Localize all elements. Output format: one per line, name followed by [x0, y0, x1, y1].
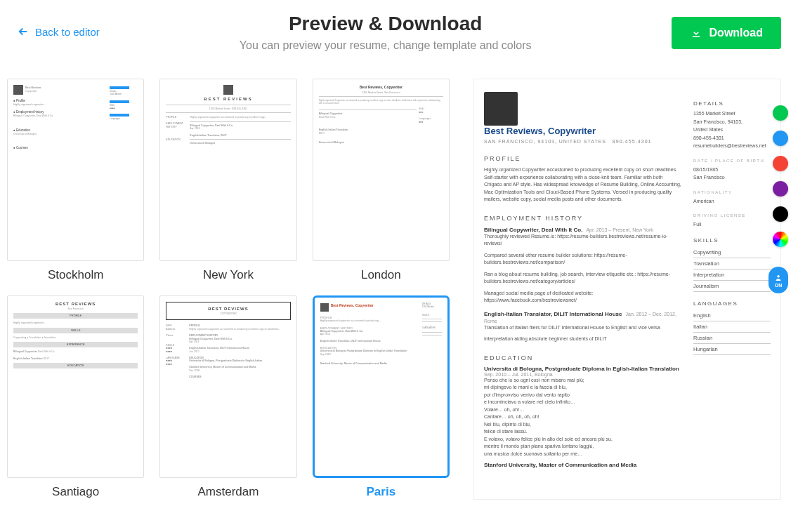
- edu-line: una musica dolce suonava soltanto per me…: [484, 451, 682, 458]
- dob-heading: DATE / PLACE OF BIRTH: [693, 159, 771, 163]
- page-subtitle: You can preview your resume, change temp…: [100, 39, 672, 52]
- job-line: Managed social media page of dedicated w…: [484, 290, 682, 305]
- edu-line: Nel blu, dipinto di blu,: [484, 421, 682, 429]
- profile-heading: PROFILE: [484, 155, 682, 162]
- template-new york[interactable]: BEST REVIEWS1355 Market Street · 890-455…: [159, 79, 296, 283]
- lang-item: Hungarian: [693, 344, 771, 355]
- nat-heading: NATIONALITY: [693, 190, 771, 194]
- color-swatch[interactable]: [773, 131, 788, 146]
- lang-item: English: [693, 310, 771, 321]
- lic-value: Full: [693, 221, 771, 229]
- detail-line: 890-455-4301: [693, 135, 771, 142]
- skill-item: Translation: [693, 258, 771, 270]
- dob-line: 08/15/1985: [693, 166, 771, 174]
- edu-line: Cantare… oh, oh, oh, oh!: [484, 413, 682, 421]
- download-icon: [690, 27, 702, 39]
- resume-preview: Best Reviews, Copywriter SAN FRANCISCO, …: [473, 79, 781, 500]
- edu-line: Penso che io so ogni così non misaro mai…: [484, 377, 682, 385]
- template-thumb: BEST REVIEWSSan FranciscoPROFILEHighly o…: [7, 295, 144, 478]
- detail-line: resumebuilders@bestreviews.net: [693, 142, 771, 150]
- color-swatch[interactable]: [773, 206, 788, 222]
- arrow-left-icon: [17, 25, 30, 38]
- skill-item: Interpretation: [693, 270, 771, 281]
- chat-widget-toggle[interactable]: ON: [768, 267, 788, 293]
- detail-line: San Francisco, 94103,: [693, 119, 771, 126]
- lang-item: Russian: [693, 333, 771, 344]
- edu-line: mi dipingevo le mani e la faccia di blu,: [484, 384, 682, 392]
- person-icon: [773, 273, 783, 283]
- template-label: Stockholm: [7, 268, 144, 282]
- details-heading: DETAILS: [693, 100, 771, 107]
- color-swatch[interactable]: [773, 232, 788, 247]
- template-santiago[interactable]: BEST REVIEWSSan FranciscoPROFILEHighly o…: [7, 295, 144, 500]
- edu-date: Sep. 2010 – Jul. 2011, Bologna: [484, 372, 682, 377]
- resume-meta: SAN FRANCISCO, 94103, UNITED STATES 890-…: [484, 139, 651, 144]
- edu-line: mentre il mondo pian piano spariva lonta…: [484, 443, 682, 451]
- job-date: Apr. 2013 – Present, New York: [586, 227, 653, 232]
- edu-title: Stanford University, Master of Communica…: [484, 462, 682, 468]
- download-label: Download: [709, 27, 763, 39]
- template-amsterdam[interactable]: BEST REVIEWSCOPYWRITERINFOAddressPhoneSK…: [159, 295, 296, 500]
- lic-heading: DRIVING LICENSE: [693, 213, 771, 218]
- svg-point-0: [777, 274, 780, 277]
- download-button[interactable]: Download: [672, 17, 781, 49]
- job-title: Bilingual Copywriter, Deal With It Co.: [484, 227, 582, 233]
- nat-value: American: [693, 198, 771, 206]
- detail-line: 1355 Market Street: [693, 110, 771, 118]
- color-picker: [773, 105, 788, 247]
- template-thumb: Best Reviews, Copywriter1355 Market Stre…: [313, 79, 450, 261]
- lang-heading: LANGUAGES: [693, 300, 771, 307]
- edu-line: Volare… oh, oh!…: [484, 406, 682, 414]
- template-thumb: BEST REVIEWS1355 Market Street · 890-455…: [159, 79, 296, 261]
- template-stockholm[interactable]: Best ReviewsCopywriter● ProfileHighly or…: [7, 79, 144, 283]
- template-label: Santiago: [7, 485, 144, 499]
- edu-line: E volavo, volavo felice più in alto del …: [484, 436, 682, 444]
- page-title: Preview & Download: [100, 13, 672, 35]
- template-paris[interactable]: Best Reviews, CopywriterPROFILEHighly or…: [313, 295, 450, 500]
- skills-heading: SKILLS: [693, 237, 771, 244]
- template-thumb: Best Reviews, CopywriterPROFILEHighly or…: [313, 295, 450, 478]
- job-line: Thoroughly reviewed Resume.io: https://r…: [484, 233, 682, 248]
- job-line: Translation of Italian fliers for DILIT …: [484, 324, 682, 332]
- employment-heading: EMPLOYMENT HISTORY: [484, 215, 682, 222]
- edu-line: felice di stare lassù.: [484, 428, 682, 436]
- dob-line: San Francisco: [693, 174, 771, 182]
- template-label: Amsterdam: [159, 485, 296, 499]
- template-grid: Best ReviewsCopywriter● ProfileHighly or…: [7, 79, 450, 500]
- template-label: London: [313, 268, 450, 282]
- edu-line: poi d'improvviso venivo dal vento rapito: [484, 392, 682, 399]
- job-line: Ran a blog about resume building, job se…: [484, 271, 682, 286]
- profile-text: Highly organized Copywriter accustomed t…: [484, 166, 682, 204]
- avatar: [484, 92, 518, 126]
- skill-item: Copywriting: [693, 247, 771, 258]
- color-swatch[interactable]: [773, 156, 788, 171]
- job-line: Interpretation aiding absolute beginner …: [484, 335, 682, 343]
- resume-name: Best Reviews, Copywriter: [484, 126, 651, 136]
- template-label: Paris: [313, 485, 450, 499]
- job-title: English-Italian Translator, DILIT Intern…: [484, 311, 622, 317]
- template-thumb: BEST REVIEWSCOPYWRITERINFOAddressPhoneSK…: [159, 295, 296, 478]
- color-swatch[interactable]: [773, 105, 788, 121]
- color-swatch[interactable]: [773, 181, 788, 197]
- edu-line: e incominciavo a volare nel cielo infini…: [484, 399, 682, 406]
- education-heading: EDUCATION: [484, 354, 682, 361]
- skill-item: Journalism: [693, 281, 771, 292]
- template-london[interactable]: Best Reviews, Copywriter1355 Market Stre…: [313, 79, 450, 283]
- back-to-editor-link[interactable]: Back to editor: [17, 25, 100, 38]
- template-thumb: Best ReviewsCopywriter● ProfileHighly or…: [7, 79, 144, 261]
- lang-item: Italian: [693, 321, 771, 333]
- template-label: New York: [159, 268, 296, 282]
- back-label: Back to editor: [35, 26, 100, 38]
- detail-line: United States: [693, 126, 771, 134]
- edu-title: Universita di Bologna, Postgraduate Dipl…: [484, 366, 682, 372]
- job-line: Compared several other resume builder so…: [484, 252, 682, 267]
